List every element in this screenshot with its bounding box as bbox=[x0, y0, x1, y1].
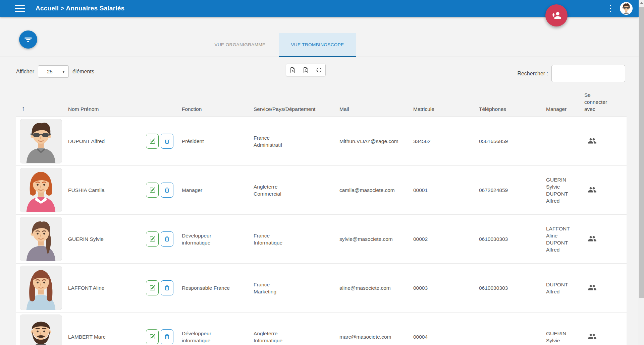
column-header-label: Mail bbox=[339, 106, 349, 113]
cell-nom-prenom: LAMBERT Marc bbox=[68, 333, 146, 340]
tab-strip: VUE ORGANIGRAMME VUE TROMBINOSCOPE bbox=[0, 17, 639, 57]
connect-with-button[interactable] bbox=[587, 136, 597, 146]
people-icon bbox=[588, 185, 597, 194]
edit-button[interactable] bbox=[146, 329, 159, 344]
cell-nom-prenom: LAFFONT Aline bbox=[68, 284, 146, 291]
cell-matricule: 00001 bbox=[413, 187, 479, 194]
cell-matricule: 00003 bbox=[413, 284, 479, 291]
overflow-menu-icon[interactable] bbox=[607, 3, 614, 14]
app-bar: Accueil > Annuaires Salariés bbox=[0, 0, 639, 17]
cell-nom-prenom: DUPONT Alfred bbox=[68, 138, 146, 145]
table-row: LAMBERT MarcDéveloppeur informatiqueAngl… bbox=[16, 313, 627, 345]
cell-telephones: 0561656859 bbox=[479, 138, 546, 145]
column-header-label: Se connecter avec bbox=[584, 91, 612, 113]
vertical-scrollbar[interactable] bbox=[639, 0, 644, 345]
employees-table: ↑Nom PrénomFonctionService/Pays/Départem… bbox=[16, 89, 627, 345]
delete-button[interactable] bbox=[161, 231, 173, 247]
table-row: GUERIN SylvieDéveloppeur informatiqueFra… bbox=[16, 215, 627, 264]
cell-se-connecter-avec bbox=[584, 282, 627, 294]
cell-service-pays-departement: France Informatique bbox=[254, 232, 339, 246]
cell-actions bbox=[146, 231, 182, 247]
delete-button[interactable] bbox=[161, 183, 173, 198]
cell-fonction: Manager bbox=[182, 187, 254, 194]
cell-manager: LAFFONT Aline DUPONT Alfred bbox=[546, 225, 584, 253]
column-header-matricule[interactable]: Matricule bbox=[413, 106, 479, 113]
connect-with-button[interactable] bbox=[587, 282, 597, 293]
breadcrumb: Accueil > Annuaires Salariés bbox=[36, 5, 124, 12]
cell-se-connecter-avec bbox=[584, 136, 627, 147]
page-size-value: 25 bbox=[47, 69, 53, 74]
scrollbar-up-arrow-icon[interactable] bbox=[639, 0, 644, 6]
main-content: Accueil > Annuaires Salariés VUE ORGANIG… bbox=[0, 0, 639, 345]
employee-photo bbox=[20, 315, 62, 345]
column-header-telephones[interactable]: Téléphones bbox=[479, 106, 546, 113]
column-header-label: Fonction bbox=[182, 106, 202, 113]
column-header-label: Téléphones bbox=[479, 106, 506, 113]
column-header-fonction[interactable]: Fonction bbox=[182, 106, 254, 113]
cell-fonction: Développeur informatique bbox=[182, 330, 254, 344]
page-length-label-after: éléments bbox=[72, 69, 94, 75]
employee-photo bbox=[20, 217, 62, 261]
cell-photo bbox=[16, 217, 68, 261]
connect-with-button[interactable] bbox=[587, 233, 597, 244]
column-header-sort[interactable]: ↑ bbox=[16, 105, 68, 113]
cell-mail: marc@masociete.com bbox=[339, 333, 413, 340]
search-label: Rechercher : bbox=[517, 71, 548, 77]
page-size-select[interactable]: 25 ▼ bbox=[38, 65, 69, 78]
cell-photo bbox=[16, 315, 68, 345]
cell-actions bbox=[146, 183, 182, 198]
table-row: LAFFONT AlineResponsable FranceFrance Ma… bbox=[16, 264, 627, 313]
menu-icon[interactable] bbox=[15, 5, 25, 12]
add-employee-button[interactable] bbox=[545, 4, 568, 26]
column-header-label: Service/Pays/Département bbox=[254, 106, 315, 113]
pdf-export-button[interactable] bbox=[299, 64, 312, 76]
cell-se-connecter-avec bbox=[584, 185, 627, 196]
cell-matricule: 00002 bbox=[413, 235, 479, 243]
employee-photo bbox=[20, 266, 62, 310]
export-toolbar bbox=[286, 64, 326, 76]
cell-fonction: Développeur informatique bbox=[182, 232, 254, 246]
filter-button[interactable] bbox=[19, 30, 37, 49]
cell-manager: DUPONT Alfred bbox=[546, 281, 584, 295]
column-header-mail[interactable]: Mail bbox=[339, 106, 413, 113]
cell-service-pays-departement: France Administratif bbox=[254, 134, 339, 148]
scrollbar-thumb[interactable] bbox=[639, 7, 644, 298]
column-header-label: Nom Prénom bbox=[68, 106, 99, 113]
edit-button[interactable] bbox=[146, 280, 159, 295]
cell-actions bbox=[146, 134, 182, 149]
delete-button[interactable] bbox=[161, 134, 173, 149]
tab-vue-organigramme[interactable]: VUE ORGANIGRAMME bbox=[201, 33, 279, 57]
edit-button[interactable] bbox=[146, 231, 159, 247]
column-header-service-pays-departement[interactable]: Service/Pays/Département bbox=[254, 106, 339, 113]
cell-manager: GUERIN Sylvie bbox=[546, 330, 584, 344]
excel-export-button[interactable] bbox=[286, 64, 299, 76]
column-header-se-connecter-avec[interactable]: Se connecter avec bbox=[584, 91, 627, 113]
people-icon bbox=[588, 332, 597, 341]
column-header-nom-prenom[interactable]: Nom Prénom bbox=[68, 106, 146, 113]
tab-vue-trombinoscope[interactable]: VUE TROMBINOSCOPE bbox=[279, 33, 356, 57]
connect-with-button[interactable] bbox=[587, 185, 597, 195]
connect-with-button[interactable] bbox=[587, 331, 597, 342]
cell-service-pays-departement: France Marketing bbox=[254, 281, 339, 295]
excel-file-icon bbox=[290, 67, 296, 73]
page-length-control: Afficher 25 ▼ éléments bbox=[16, 65, 94, 78]
cell-fonction: Responsable France bbox=[182, 284, 254, 291]
column-header-manager[interactable]: Manager bbox=[546, 106, 584, 113]
delete-button[interactable] bbox=[161, 329, 173, 344]
table-header-row: ↑Nom PrénomFonctionService/Pays/Départem… bbox=[16, 89, 627, 117]
delete-button[interactable] bbox=[161, 280, 173, 295]
edit-button[interactable] bbox=[146, 134, 159, 149]
table-body: DUPONT AlfredPrésidentFrance Administrat… bbox=[16, 117, 627, 345]
search-control: Rechercher : bbox=[517, 65, 625, 82]
people-icon bbox=[588, 136, 597, 145]
user-avatar[interactable] bbox=[620, 2, 633, 15]
cell-telephones: 0610030303 bbox=[479, 284, 546, 291]
table-controls: Afficher 25 ▼ éléments bbox=[0, 57, 639, 89]
cell-photo bbox=[16, 266, 68, 310]
cell-matricule: 00004 bbox=[413, 333, 479, 340]
edit-button[interactable] bbox=[146, 183, 159, 198]
refresh-icon bbox=[316, 67, 322, 73]
view-tabs: VUE ORGANIGRAMME VUE TROMBINOSCOPE bbox=[201, 33, 356, 57]
refresh-button[interactable] bbox=[312, 64, 325, 76]
search-input[interactable] bbox=[551, 65, 625, 82]
